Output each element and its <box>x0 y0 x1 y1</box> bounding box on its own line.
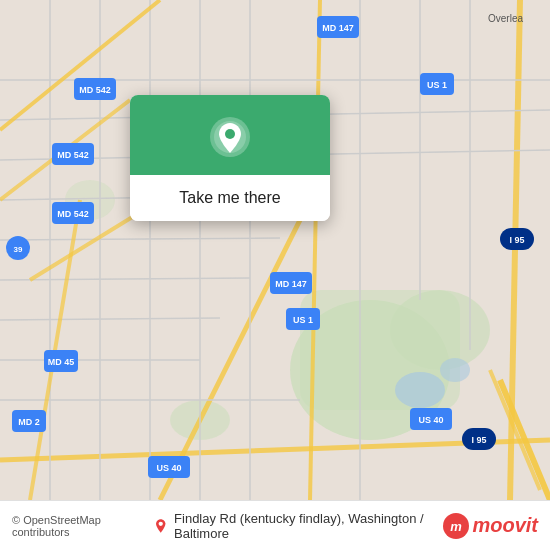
moovit-brand-text: moovit <box>472 514 538 537</box>
svg-text:US 1: US 1 <box>427 80 447 90</box>
svg-text:MD 542: MD 542 <box>57 209 89 219</box>
svg-text:MD 2: MD 2 <box>18 417 40 427</box>
svg-text:39: 39 <box>14 245 23 254</box>
destination-label: Findlay Rd (kentucky findlay), Washingto… <box>174 511 438 541</box>
svg-text:Overlea: Overlea <box>488 13 523 24</box>
svg-point-6 <box>395 372 445 408</box>
location-pin-icon <box>208 115 252 159</box>
svg-point-7 <box>440 358 470 382</box>
map-area: MD 147 MD 542 MD 542 MD 542 US 1 US 1 MD… <box>0 0 550 500</box>
svg-text:US 40: US 40 <box>156 463 181 473</box>
moovit-logo: m moovit <box>442 512 538 540</box>
svg-text:MD 542: MD 542 <box>57 150 89 160</box>
svg-text:MD 147: MD 147 <box>275 279 307 289</box>
svg-text:I 95: I 95 <box>471 435 486 445</box>
svg-text:MD 542: MD 542 <box>79 85 111 95</box>
popup-card: Take me there <box>130 95 330 221</box>
svg-text:I 95: I 95 <box>509 235 524 245</box>
bottom-bar: © OpenStreetMap contributors Findlay Rd … <box>0 500 550 550</box>
attribution-text: © OpenStreetMap contributors <box>12 514 140 538</box>
popup-header <box>130 95 330 175</box>
svg-text:MD 147: MD 147 <box>322 23 354 33</box>
moovit-icon: m <box>442 512 470 540</box>
svg-text:US 1: US 1 <box>293 315 313 325</box>
svg-point-68 <box>158 521 162 525</box>
destination-pin-icon <box>153 517 168 535</box>
svg-point-67 <box>225 129 235 139</box>
svg-text:MD 45: MD 45 <box>48 357 75 367</box>
take-me-there-button[interactable]: Take me there <box>130 175 330 221</box>
svg-text:m: m <box>451 519 463 534</box>
svg-text:US 40: US 40 <box>418 415 443 425</box>
